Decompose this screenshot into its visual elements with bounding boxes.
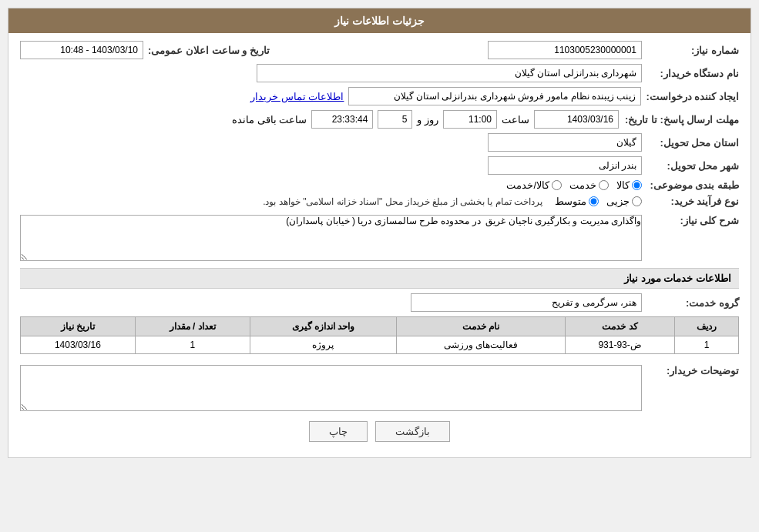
delivery-city-label: شهر محل تحویل:	[646, 160, 739, 172]
col-quantity: تعداد / مقدار	[135, 317, 250, 336]
back-button[interactable]: بازگشت	[375, 421, 450, 442]
announce-datetime-input[interactable]	[20, 41, 143, 59]
category-radio-kala-khedmat[interactable]	[552, 180, 562, 190]
cell-quantity: 1	[135, 336, 250, 354]
response-date-input[interactable]	[534, 110, 619, 129]
delivery-province-label: استان محل تحویل:	[646, 137, 739, 149]
purchase-type-radio-group: جزیی متوسط	[555, 196, 642, 207]
cell-name: فعالیت‌های ورزشی	[397, 336, 566, 354]
col-unit: واحد اندازه گیری	[250, 317, 397, 336]
print-button[interactable]: چاپ	[309, 421, 368, 442]
category-label: طبقه بندی موضوعی:	[646, 179, 739, 191]
purchase-type-motavaset-label: متوسط	[555, 196, 586, 207]
response-time-input[interactable]	[443, 110, 497, 129]
table-row: 1 ض-93-931 فعالیت‌های ورزشی پروژه 1 1403…	[21, 336, 739, 354]
buyer-description-label: توضیحات خریدار:	[646, 362, 739, 376]
org-name-input[interactable]	[257, 64, 642, 82]
col-name: نام خدمت	[397, 317, 566, 336]
response-days-input[interactable]	[378, 110, 412, 129]
payment-note: پرداخت تمام یا بخشی از مبلغ خریداز محل "…	[263, 196, 542, 207]
purchase-type-jozii-label: جزیی	[606, 196, 630, 207]
contact-info-link[interactable]: اطلاعات تماس خریدار	[250, 91, 344, 102]
cell-unit: پروژه	[250, 336, 397, 354]
category-kala-label: کالا	[616, 179, 630, 191]
col-code: کد خدمت	[566, 317, 675, 336]
category-radio-group: کالا خدمت کالا/خدمت	[506, 179, 642, 191]
cell-code: ض-93-931	[566, 336, 675, 354]
response-remaining-label: ساعت باقی مانده	[232, 114, 307, 125]
description-label: شرح کلی نیاز:	[646, 212, 739, 226]
request-number-label: شماره نیاز:	[646, 45, 739, 56]
delivery-city-input[interactable]	[488, 156, 642, 175]
purchase-type-label: نوع فرآیند خرید:	[646, 196, 739, 207]
services-section-title: اطلاعات خدمات مورد نیاز	[20, 268, 739, 289]
cell-date: 1403/03/16	[21, 336, 136, 354]
announce-datetime-label: تاریخ و ساعت اعلان عمومی:	[148, 45, 270, 56]
services-table: ردیف کد خدمت نام خدمت واحد اندازه گیری ت…	[20, 316, 739, 354]
creator-label: ایجاد کننده درخواست:	[646, 91, 739, 102]
category-radio-kala[interactable]	[632, 180, 642, 190]
category-khedmat-label: خدمت	[569, 179, 596, 191]
purchase-type-jozii[interactable]	[632, 196, 642, 206]
category-kala-khedmat-label: کالا/خدمت	[506, 179, 549, 191]
creator-input[interactable]	[348, 87, 641, 105]
service-group-input[interactable]	[411, 293, 642, 312]
purchase-type-motavaset[interactable]	[589, 196, 599, 206]
response-days-label: روز و	[417, 114, 438, 125]
buyer-description-textarea[interactable]	[20, 365, 642, 411]
request-number-input[interactable]	[488, 41, 642, 59]
service-group-label: گروه خدمت:	[646, 297, 739, 309]
category-radio-khedmat[interactable]	[599, 180, 609, 190]
response-remaining-input[interactable]	[311, 110, 373, 129]
description-textarea[interactable]: واگذاری مدیریت و بکارگیری ناجیان غریق در…	[20, 215, 642, 261]
response-time-label: ساعت	[502, 114, 529, 125]
col-row: ردیف	[674, 317, 738, 336]
cell-row: 1	[674, 336, 738, 354]
delivery-province-input[interactable]	[488, 133, 642, 152]
response-deadline-label: مهلت ارسال پاسخ: تا تاریخ:	[623, 114, 739, 125]
org-name-label: نام دستگاه خریدار:	[646, 68, 739, 79]
col-date: تاریخ نیاز	[21, 317, 136, 336]
page-header: جزئیات اطلاعات نیاز	[8, 8, 751, 33]
